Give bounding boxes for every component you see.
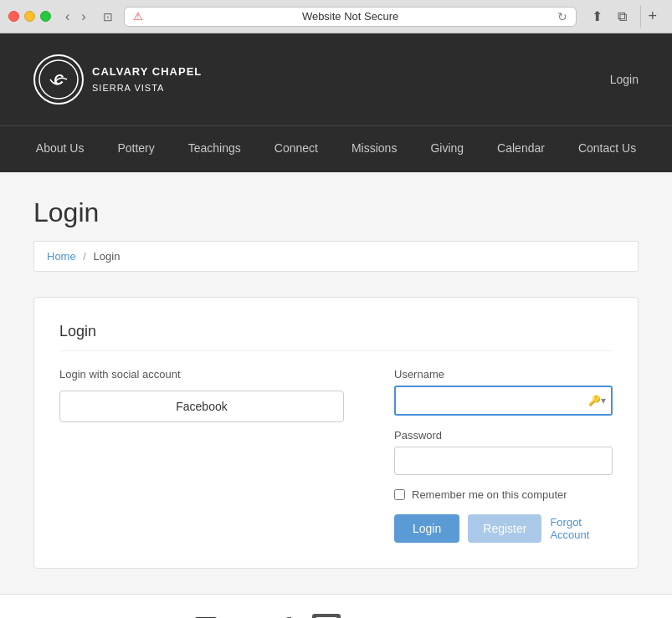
site-nav: About Us Pottery Teachings Connect Missi… — [0, 125, 672, 172]
twitter-icon[interactable] — [232, 611, 260, 618]
social-label: Login with social account — [59, 368, 344, 381]
browser-nav: ‹ › — [61, 8, 90, 26]
youtube-icon[interactable] — [192, 611, 220, 618]
remember-label: Remember me on this computer — [412, 488, 567, 501]
social-login: Login with social account Facebook — [59, 368, 344, 422]
nav-about-us[interactable]: About Us — [19, 126, 101, 172]
minimize-button[interactable] — [24, 11, 35, 22]
register-button[interactable]: Register — [468, 514, 541, 543]
nav-giving[interactable]: Giving — [413, 126, 480, 172]
facebook-button[interactable]: Facebook — [59, 391, 344, 422]
login-section: Login Login with social account Facebook… — [33, 297, 639, 569]
nav-missions[interactable]: Missions — [335, 126, 413, 172]
new-tab-button[interactable]: + — [640, 5, 664, 28]
address-bar[interactable]: ⚠ Website Not Secure ↻ — [124, 7, 577, 27]
logo-area: C CALVARY CHAPEL SIERRA VISTA — [33, 54, 202, 105]
nav-teachings[interactable]: Teachings — [172, 126, 258, 172]
remember-checkbox[interactable] — [394, 489, 405, 500]
nav-connect[interactable]: Connect — [258, 126, 335, 172]
remember-row: Remember me on this computer — [394, 488, 613, 501]
breadcrumb: Home / Login — [33, 241, 639, 272]
site-footer: Calvary Chapel Sierra Vista — [0, 594, 672, 618]
footer-social — [192, 611, 341, 618]
page-content: Login Home / Login Login Login with soci… — [0, 172, 672, 594]
login-layout: Login with social account Facebook Usern… — [59, 368, 613, 543]
back-button[interactable]: ‹ — [61, 8, 74, 26]
breadcrumb-separator: / — [83, 250, 86, 263]
breadcrumb-home[interactable]: Home — [47, 250, 76, 263]
username-dropdown-icon[interactable]: 🔑▾ — [588, 395, 606, 406]
logo-icon: C — [33, 54, 84, 105]
security-icon: ⚠ — [133, 10, 143, 23]
sidebar-button[interactable]: ⊡ — [99, 8, 117, 25]
browser-chrome: ‹ › ⊡ ⚠ Website Not Secure ↻ ⬆ ⧉ + — [0, 0, 672, 33]
address-bar-text: Website Not Secure — [148, 10, 553, 23]
traffic-lights — [8, 11, 51, 22]
forgot-account-link[interactable]: Forgot Account — [550, 516, 613, 541]
username-input-wrapper: 🔑▾ — [394, 386, 613, 416]
rss-icon[interactable] — [312, 611, 341, 618]
tabs-button[interactable]: ⧉ — [613, 6, 632, 27]
website: C CALVARY CHAPEL SIERRA VISTA Login Abou… — [0, 33, 672, 618]
facebook-icon[interactable] — [272, 611, 300, 618]
page-title: Login — [33, 197, 639, 228]
header-login-link[interactable]: Login — [610, 73, 639, 86]
login-button[interactable]: Login — [394, 514, 459, 543]
close-button[interactable] — [8, 11, 19, 22]
nav-contact-us[interactable]: Contact Us — [562, 126, 653, 172]
forward-button[interactable]: › — [77, 8, 90, 26]
logo-text: CALVARY CHAPEL SIERRA VISTA — [92, 64, 202, 95]
login-section-title: Login — [59, 323, 613, 351]
maximize-button[interactable] — [40, 11, 51, 22]
password-input[interactable] — [394, 447, 613, 475]
nav-calendar[interactable]: Calendar — [480, 126, 562, 172]
site-header: C CALVARY CHAPEL SIERRA VISTA Login — [0, 33, 672, 125]
password-group: Password — [394, 429, 613, 475]
reload-button[interactable]: ↻ — [557, 10, 567, 23]
browser-actions: ⬆ ⧉ — [587, 6, 632, 27]
svg-text:C: C — [54, 73, 64, 87]
share-button[interactable]: ⬆ — [587, 6, 608, 27]
breadcrumb-current: Login — [94, 250, 121, 263]
username-input[interactable] — [394, 386, 613, 416]
nav-pottery[interactable]: Pottery — [100, 126, 171, 172]
password-input-wrapper — [394, 447, 613, 475]
form-login: Username 🔑▾ Password — [394, 368, 613, 543]
username-label: Username — [394, 368, 613, 381]
username-group: Username 🔑▾ — [394, 368, 613, 416]
form-actions: Login Register Forgot Account — [394, 514, 613, 543]
password-label: Password — [394, 429, 613, 442]
